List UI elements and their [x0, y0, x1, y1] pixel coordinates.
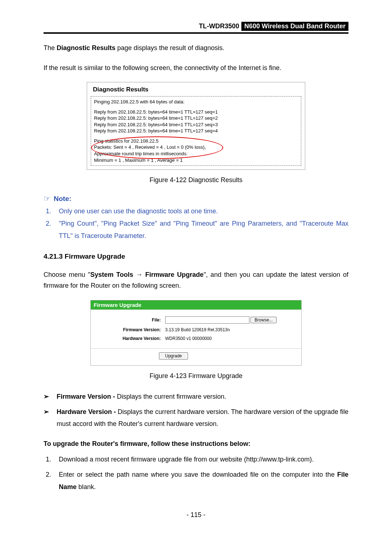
triangle-bullet-icon: ➢ — [44, 406, 57, 430]
hardware-version-value: WDR3500 v1 00000000 — [165, 336, 295, 341]
firmware-version-label: Firmware Version: — [97, 327, 165, 332]
pointing-hand-icon: ☞ — [44, 195, 51, 203]
ping-packets-line: Packets: Sent = 4 , Received = 4 , Lost … — [94, 144, 298, 151]
step-item: Enter or select the path name where you … — [53, 468, 348, 493]
triangle-bullet-icon: ➢ — [44, 391, 57, 402]
list-item: ➢ Hardware Version - Displays the curren… — [44, 406, 348, 430]
browse-button[interactable]: Browse... — [250, 317, 277, 323]
upgrade-instructions-heading: To upgrade the Router's firmware, follow… — [44, 438, 348, 450]
figure-caption-123: Figure 4-123 Firmware Upgrade — [44, 372, 348, 380]
firmware-upgrade-panel: Firmware Upgrade File: Browse... Firmwar… — [90, 300, 302, 366]
intro-paragraph-2: If the result is similar to the followin… — [44, 62, 348, 74]
diagnostic-results-output: Pinging 202.108.22.5 with 64 bytes of da… — [91, 96, 301, 166]
firmware-version-value: 3.13.19 Build 120619 Rel.33513n — [165, 327, 295, 332]
ping-statistics: Ping statistics for 202.108.22.5 Packets… — [94, 138, 298, 163]
note-item: Only one user can use the diagnostic too… — [53, 205, 348, 217]
ping-minmax-line: Minimum = 1 , Maximum = 1 , Average = 1 — [94, 157, 298, 164]
ping-stats-title: Ping statistics for 202.108.22.5 — [94, 138, 298, 144]
ping-reply-line: Reply from 202.108.22.5: bytes=64 time=1… — [94, 122, 298, 128]
diagnostic-results-panel: Diagnostic Results Pinging 202.108.22.5 … — [87, 82, 305, 170]
ping-header-line: Pinging 202.108.22.5 with 64 bytes of da… — [94, 99, 298, 105]
ping-reply-line: Reply from 202.108.22.5: bytes=64 time=1… — [94, 109, 298, 115]
upgrade-button[interactable]: Upgrade — [159, 352, 188, 360]
note-heading: ☞ Note: — [44, 195, 348, 203]
file-input[interactable] — [165, 316, 249, 324]
note-item: "Ping Count", "Ping Packet Size" and "Pi… — [53, 217, 348, 242]
ping-reply-line: Reply from 202.108.22.5: bytes=64 time=1… — [94, 115, 298, 122]
intro-paragraph-1: The Diagnostic Results page displays the… — [44, 42, 348, 54]
section-heading-4-21-3: 4.21.3 Firmware Upgrade — [44, 253, 348, 260]
file-label: File: — [97, 317, 165, 323]
page-number: - 115 - — [44, 511, 348, 519]
ping-reply-line: Reply from 202.108.22.5: bytes=64 time=1… — [94, 128, 298, 134]
page-header: TL-WDR3500 N600 Wireless Dual Band Route… — [44, 22, 348, 34]
header-model: TL-WDR3500 — [197, 22, 241, 31]
firmware-intro-paragraph: Choose menu "System Tools → Firmware Upg… — [44, 269, 348, 291]
figure-caption-122: Figure 4-122 Diagnostic Results — [44, 176, 348, 184]
ping-approx-line: Approximate round trip times in millisec… — [94, 151, 298, 157]
diagnostic-results-title: Diagnostic Results — [91, 85, 301, 96]
firmware-upgrade-title: Firmware Upgrade — [91, 300, 301, 309]
note-label: Note: — [54, 195, 72, 203]
list-item: ➢ Firmware Version - Displays the curren… — [44, 391, 348, 402]
step-item: Download a most recent firmware upgrade … — [53, 453, 348, 465]
feature-list: ➢ Firmware Version - Displays the curren… — [44, 391, 348, 430]
hardware-version-label: Hardware Version: — [97, 336, 165, 341]
upgrade-steps-list: Download a most recent firmware upgrade … — [44, 453, 348, 493]
header-product: N600 Wireless Dual Band Router — [241, 22, 348, 31]
note-list: Only one user can use the diagnostic too… — [44, 205, 348, 242]
ping-replies: Reply from 202.108.22.5: bytes=64 time=1… — [94, 109, 298, 134]
